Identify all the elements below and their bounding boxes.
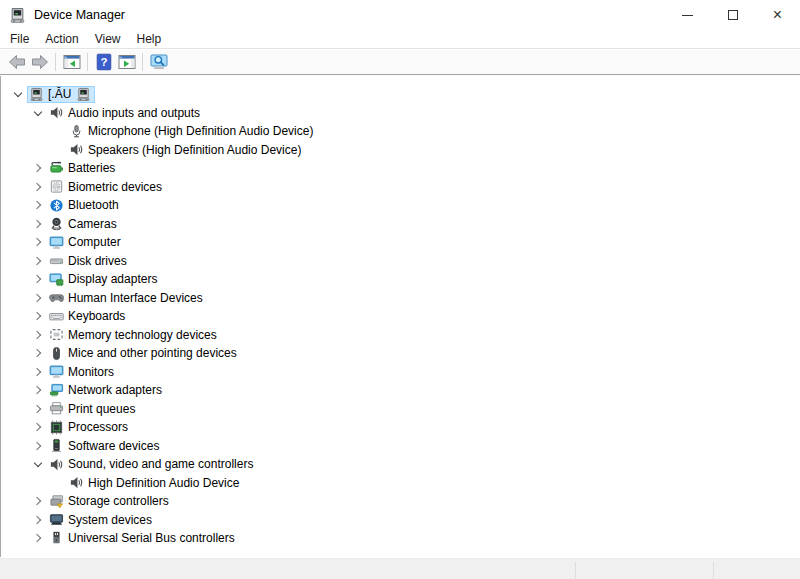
tree-item-display-adapters[interactable]: Display adapters <box>1 270 800 289</box>
fingerprint-icon <box>49 179 64 194</box>
chevron-right-icon[interactable] <box>29 196 47 214</box>
minimize-button[interactable] <box>665 0 710 30</box>
tree-item-system-devices[interactable]: System devices <box>1 511 800 530</box>
tree-item-u[interactable]: [.ĂU <box>1 85 800 104</box>
tree-item-speakers-high-definition-audio-device[interactable]: Speakers (High Definition Audio Device) <box>1 141 800 160</box>
chevron-right-icon[interactable] <box>29 289 47 307</box>
bottom-strip-divider <box>713 562 714 579</box>
tree-item-label: Storage controllers <box>68 494 169 508</box>
tree-item-computer[interactable]: Computer <box>1 233 800 252</box>
menu-item-action[interactable]: Action <box>37 31 86 47</box>
window-title: Device Manager <box>34 8 125 22</box>
chevron-right-icon[interactable] <box>29 178 47 196</box>
selected-row-content: [.ĂU <box>27 86 95 104</box>
tree-item-biometric-devices[interactable]: Biometric devices <box>1 178 800 197</box>
tree-item-label: Human Interface Devices <box>68 291 203 305</box>
chevron-right-icon[interactable] <box>29 344 47 362</box>
gamepad-icon <box>49 290 64 305</box>
chevron-right-icon[interactable] <box>29 511 47 529</box>
chevron-right-icon[interactable] <box>29 233 47 251</box>
action-pane-icon <box>118 53 136 71</box>
tree-item-bluetooth[interactable]: Bluetooth <box>1 196 800 215</box>
toolbar-separator <box>87 53 88 71</box>
row-content: System devices <box>47 511 156 529</box>
tree-item-network-adapters[interactable]: Network adapters <box>1 381 800 400</box>
chevron-right-icon[interactable] <box>29 400 47 418</box>
row-content: Batteries <box>47 160 119 178</box>
tree-item-sound-video-and-game-controllers[interactable]: Sound, video and game controllers <box>1 455 800 474</box>
back-arrow-icon <box>8 53 26 71</box>
row-content: Software devices <box>47 437 163 455</box>
chevron-down-icon[interactable] <box>29 104 47 122</box>
chevron-right-icon[interactable] <box>29 326 47 344</box>
tree-item-label: Disk drives <box>68 254 127 268</box>
tree-item-label: Cameras <box>68 217 117 231</box>
chevron-right-icon[interactable] <box>29 381 47 399</box>
maximize-button[interactable] <box>710 0 755 30</box>
row-content: Network adapters <box>47 382 166 400</box>
chevron-right-icon[interactable] <box>29 437 47 455</box>
chevron-right-icon[interactable] <box>29 529 47 547</box>
row-content: Display adapters <box>47 271 161 289</box>
storage-controller-icon <box>49 494 64 509</box>
computer-icon <box>76 87 91 102</box>
show-action-pane-button[interactable] <box>115 52 138 73</box>
chevron-spacer <box>49 474 67 492</box>
chevron-right-icon[interactable] <box>29 270 47 288</box>
chevron-right-icon[interactable] <box>29 252 47 270</box>
tree-item-cameras[interactable]: Cameras <box>1 215 800 234</box>
chevron-down-icon[interactable] <box>9 85 27 103</box>
speaker-icon <box>69 142 84 157</box>
tree-item-label: Network adapters <box>68 383 162 397</box>
titlebar: Device Manager × <box>0 0 800 30</box>
speaker-icon <box>49 105 64 120</box>
menu-item-view[interactable]: View <box>87 31 129 47</box>
tree-item-label: Universal Serial Bus controllers <box>68 531 235 545</box>
chevron-spacer <box>49 122 67 140</box>
speaker-icon <box>49 457 64 472</box>
tree-item-microphone-high-definition-audio-device[interactable]: Microphone (High Definition Audio Device… <box>1 122 800 141</box>
back-button[interactable] <box>5 52 28 73</box>
chevron-right-icon[interactable] <box>29 307 47 325</box>
toolbar: ? <box>0 50 800 75</box>
toolbar-separator <box>142 53 143 71</box>
svg-text:?: ? <box>100 56 107 68</box>
chevron-right-icon[interactable] <box>29 215 47 233</box>
tree-item-disk-drives[interactable]: Disk drives <box>1 252 800 271</box>
chevron-right-icon[interactable] <box>29 159 47 177</box>
tree-item-human-interface-devices[interactable]: Human Interface Devices <box>1 289 800 308</box>
chevron-down-icon[interactable] <box>29 455 47 473</box>
scan-hardware-changes-button[interactable] <box>147 52 170 73</box>
tree-item-keyboards[interactable]: Keyboards <box>1 307 800 326</box>
tree-item-label: Display adapters <box>68 272 157 286</box>
tree-item-universal-serial-bus-controllers[interactable]: Universal Serial Bus controllers <box>1 529 800 548</box>
device-tree: [.ĂUAudio inputs and outputsMicrophone (… <box>0 76 800 557</box>
tree-item-mice-and-other-pointing-devices[interactable]: Mice and other pointing devices <box>1 344 800 363</box>
chevron-right-icon[interactable] <box>29 418 47 436</box>
tree-item-batteries[interactable]: Batteries <box>1 159 800 178</box>
mouse-icon <box>49 346 64 361</box>
tree-item-label: [.ĂU <box>48 87 71 101</box>
close-button[interactable]: × <box>755 0 800 30</box>
tree-item-monitors[interactable]: Monitors <box>1 363 800 382</box>
chevron-right-icon[interactable] <box>29 492 47 510</box>
menu-item-help[interactable]: Help <box>129 31 170 47</box>
tree-item-high-definition-audio-device[interactable]: High Definition Audio Device <box>1 474 800 493</box>
monitor-icon <box>49 235 64 250</box>
tree-item-label: Computer <box>68 235 121 249</box>
tree-item-print-queues[interactable]: Print queues <box>1 400 800 419</box>
tree-item-storage-controllers[interactable]: Storage controllers <box>1 492 800 511</box>
forward-button[interactable] <box>28 52 51 73</box>
chevron-right-icon[interactable] <box>29 363 47 381</box>
help-button[interactable]: ? <box>92 52 115 73</box>
menu-item-file[interactable]: File <box>2 31 37 47</box>
device-manager-window: Device Manager × FileActionViewHelp ? [.… <box>0 0 800 579</box>
tree-item-label: Biometric devices <box>68 180 162 194</box>
tree-item-memory-technology-devices[interactable]: Memory technology devices <box>1 326 800 345</box>
window-controls: × <box>665 0 800 30</box>
tree-item-software-devices[interactable]: Software devices <box>1 437 800 456</box>
tree-item-audio-inputs-and-outputs[interactable]: Audio inputs and outputs <box>1 104 800 123</box>
row-content: Microphone (High Definition Audio Device… <box>67 123 317 141</box>
show-console-tree-button[interactable] <box>60 52 83 73</box>
tree-item-processors[interactable]: Processors <box>1 418 800 437</box>
